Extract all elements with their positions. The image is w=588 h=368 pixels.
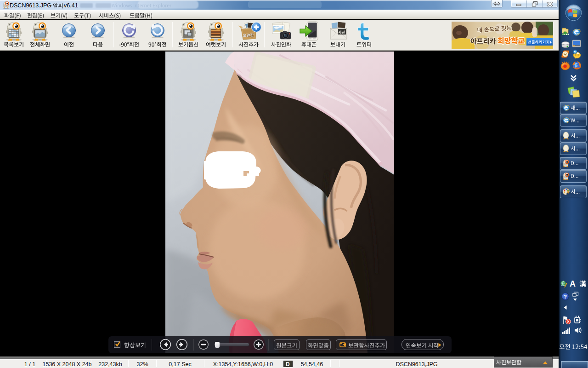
svg-text:?: ? xyxy=(564,294,567,299)
